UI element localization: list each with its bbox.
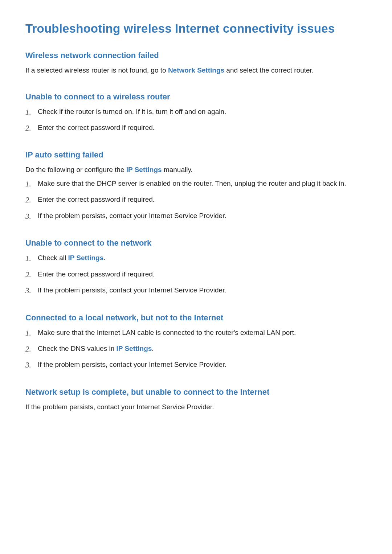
ip-settings-link[interactable]: IP Settings xyxy=(117,345,152,352)
list-item: 3. If the problem persists, contact your… xyxy=(25,360,367,370)
section-unable-network: Unable to connect to the network 1. Chec… xyxy=(25,238,367,296)
section-paragraph: Do the following or configure the IP Set… xyxy=(25,165,367,175)
section-paragraph: If the problem persists, contact your In… xyxy=(25,402,367,412)
section-heading: Unable to connect to the network xyxy=(25,238,367,248)
text: manually. xyxy=(162,166,193,173)
section-heading: Unable to connect to a wireless router xyxy=(25,92,367,102)
list-item: 3. If the problem persists, contact your… xyxy=(25,211,367,222)
step-text: Check the DNS values in IP Settings. xyxy=(38,344,367,354)
ip-settings-link[interactable]: IP Settings xyxy=(68,254,103,262)
text: . xyxy=(152,345,154,352)
step-number: 3. xyxy=(25,211,38,222)
step-list: 1. Check all IP Settings. 2. Enter the c… xyxy=(25,253,367,296)
step-number: 1. xyxy=(25,328,38,338)
step-number: 2. xyxy=(25,194,38,205)
step-number: 2. xyxy=(25,269,38,280)
section-local-only: Connected to a local network, but not to… xyxy=(25,313,367,371)
ip-settings-link[interactable]: IP Settings xyxy=(126,166,162,173)
text: . xyxy=(103,254,105,262)
section-wireless-failed: Wireless network connection failed If a … xyxy=(25,51,367,75)
page-title: Troubleshooting wireless Internet connec… xyxy=(25,22,367,36)
step-text: Enter the correct password if required. xyxy=(38,194,367,205)
step-text: If the problem persists, contact your In… xyxy=(38,211,367,221)
step-list: 1. Check if the router is turned on. If … xyxy=(25,107,367,134)
text: Check all xyxy=(38,254,68,262)
list-item: 2. Enter the correct password if require… xyxy=(25,269,367,280)
step-number: 3. xyxy=(25,360,38,370)
section-ip-auto-failed: IP auto setting failed Do the following … xyxy=(25,150,367,222)
document-page: Troubleshooting wireless Internet connec… xyxy=(0,0,392,554)
list-item: 2. Enter the correct password if require… xyxy=(25,123,367,134)
section-unable-router: Unable to connect to a wireless router 1… xyxy=(25,92,367,134)
section-heading: Wireless network connection failed xyxy=(25,51,367,60)
section-paragraph: If a selected wireless router is not fou… xyxy=(25,65,367,75)
section-heading: Network setup is complete, but unable to… xyxy=(25,387,367,397)
section-heading: Connected to a local network, but not to… xyxy=(25,313,367,323)
step-text: Enter the correct password if required. xyxy=(38,269,367,279)
list-item: 1. Check if the router is turned on. If … xyxy=(25,107,367,118)
section-heading: IP auto setting failed xyxy=(25,150,367,160)
step-number: 1. xyxy=(25,178,38,189)
list-item: 2. Check the DNS values in IP Settings. xyxy=(25,344,367,354)
section-setup-complete: Network setup is complete, but unable to… xyxy=(25,387,367,412)
step-text: Enter the correct password if required. xyxy=(38,123,367,133)
step-text: Check if the router is turned on. If it … xyxy=(38,107,367,117)
step-number: 2. xyxy=(25,344,38,354)
list-item: 1. Check all IP Settings. xyxy=(25,253,367,264)
step-text: If the problem persists, contact your In… xyxy=(38,360,367,370)
step-list: 1. Make sure that the Internet LAN cable… xyxy=(25,328,367,371)
step-text: If the problem persists, contact your In… xyxy=(38,285,367,295)
text: If a selected wireless router is not fou… xyxy=(25,66,168,74)
step-number: 2. xyxy=(25,123,38,134)
step-number: 1. xyxy=(25,253,38,264)
list-item: 1. Make sure that the DHCP server is ena… xyxy=(25,178,367,189)
list-item: 1. Make sure that the Internet LAN cable… xyxy=(25,328,367,338)
text: and select the correct router. xyxy=(224,66,314,74)
text: Check the DNS values in xyxy=(38,345,117,352)
step-text: Make sure that the Internet LAN cable is… xyxy=(38,328,367,338)
list-item: 2. Enter the correct password if require… xyxy=(25,194,367,205)
step-number: 1. xyxy=(25,107,38,118)
list-item: 3. If the problem persists, contact your… xyxy=(25,285,367,296)
step-text: Make sure that the DHCP server is enable… xyxy=(38,178,367,189)
step-text: Check all IP Settings. xyxy=(38,253,367,263)
network-settings-link[interactable]: Network Settings xyxy=(168,66,224,74)
step-list: 1. Make sure that the DHCP server is ena… xyxy=(25,178,367,222)
text: Do the following or configure the xyxy=(25,166,126,173)
step-number: 3. xyxy=(25,285,38,296)
